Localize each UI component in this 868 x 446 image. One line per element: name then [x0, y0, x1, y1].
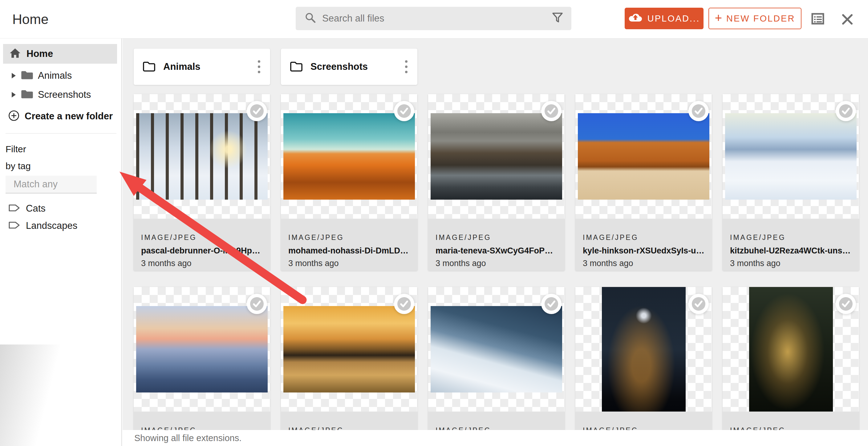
plus-icon: +: [715, 11, 722, 25]
file-meta: IMAGE/JPEG kitzbuhel-U2Reza4WCtk-unsplas…: [723, 219, 859, 271]
folder-card-screenshots[interactable]: Screenshots: [281, 48, 417, 85]
select-check-button[interactable]: [836, 101, 856, 121]
file-thumbnail: [428, 94, 565, 219]
tag-icon: [9, 204, 20, 213]
folder-card-label: Animals: [163, 61, 255, 72]
file-name: pascal-debrunner-O-MG9HpNKgI...: [141, 246, 263, 255]
file-thumbnail: [134, 94, 270, 219]
check-icon: [250, 104, 264, 118]
select-check-button[interactable]: [394, 294, 414, 314]
folder-menu-button[interactable]: [403, 58, 410, 76]
file-card[interactable]: IMAGE/JPEG mohamed-nohassi-Di-DmLD6cW8..…: [281, 94, 417, 271]
select-check-button[interactable]: [394, 101, 414, 121]
plus-circle-icon: [8, 110, 20, 123]
file-thumbnail: [576, 287, 712, 412]
expand-caret-icon[interactable]: [12, 92, 16, 98]
sidebar-scroll-shadow: [0, 344, 77, 446]
status-bar: Showing all file extensions.: [123, 430, 868, 446]
header: Home UPLOAD... + NEW FOLDER: [0, 0, 868, 38]
thumbnail-image: [283, 306, 415, 392]
file-meta: IMAGE/JPEG mohamed-nohassi-Di-DmLD6cW8..…: [281, 219, 417, 271]
new-folder-button[interactable]: + NEW FOLDER: [708, 8, 802, 29]
file-name: maria-teneva-SXwCyG4FoPk-uns...: [436, 246, 557, 255]
sidebar-folder-label: Animals: [38, 70, 72, 81]
file-meta: IMAGE/JPEG kyle-hinkson-rXSUedxSyIs-unsp…: [576, 219, 712, 271]
sidebar-item-home[interactable]: Home: [3, 44, 117, 64]
search-bar: [296, 7, 571, 30]
select-check-button[interactable]: [541, 101, 561, 121]
folder-outline-icon: [142, 60, 156, 73]
tag-item-cats[interactable]: Cats: [9, 200, 117, 217]
file-card[interactable]: IMAGE/JPEG kyle-hinkson-rXSUedxSyIs-unsp…: [576, 94, 712, 271]
select-check-button[interactable]: [688, 294, 709, 314]
filter-by-tag-section: Filter by tag: [5, 141, 121, 194]
file-age: 3 months ago: [730, 259, 852, 268]
file-thumbnail: [281, 94, 417, 219]
list-view-toggle-icon[interactable]: [811, 13, 824, 26]
upload-button[interactable]: UPLOAD...: [625, 8, 704, 29]
create-new-folder-button[interactable]: Create a new folder: [3, 108, 117, 125]
filter-by-tag-label: Filter by tag: [5, 141, 31, 174]
file-card[interactable]: IMAGE/JPEG pascal-debrunner-O-MG9HpNKgI.…: [134, 94, 270, 271]
file-thumbnail: [428, 287, 565, 412]
select-check-button[interactable]: [247, 294, 267, 314]
file-meta: IMAGE/JPEG maria-teneva-SXwCyG4FoPk-uns.…: [428, 219, 565, 271]
file-card[interactable]: IMAGE/JPEG: [723, 287, 859, 446]
sidebar-item-screenshots[interactable]: Screenshots: [3, 86, 117, 104]
file-card[interactable]: IMAGE/JPEG: [576, 287, 712, 446]
file-type-label: IMAGE/JPEG: [141, 234, 263, 242]
search-input[interactable]: [316, 7, 552, 30]
check-icon: [545, 297, 558, 311]
file-thumbnail: [281, 287, 417, 412]
check-icon: [839, 297, 852, 311]
thumbnail-image: [431, 113, 562, 200]
file-meta: IMAGE/JPEG pascal-debrunner-O-MG9HpNKgI.…: [134, 219, 270, 271]
thumbnail-image: [283, 113, 415, 200]
page-title: Home: [12, 12, 49, 27]
folder-icon: [21, 89, 34, 100]
thumbnail-image: [725, 113, 857, 200]
check-icon: [545, 104, 558, 118]
status-text: Showing all file extensions.: [134, 433, 242, 443]
file-thumbnail: [723, 94, 859, 219]
select-check-button[interactable]: [688, 101, 709, 121]
file-age: 3 months ago: [436, 259, 557, 268]
tag-item-landscapes[interactable]: Landscapes: [9, 217, 117, 234]
file-type-label: IMAGE/JPEG: [730, 234, 852, 242]
select-check-button[interactable]: [836, 294, 856, 314]
file-card[interactable]: IMAGE/JPEG maria-teneva-SXwCyG4FoPk-uns.…: [428, 94, 565, 271]
sidebar-home-label: Home: [27, 48, 53, 59]
close-icon[interactable]: [842, 14, 852, 26]
check-icon: [692, 104, 705, 118]
select-check-button[interactable]: [247, 101, 267, 121]
upload-button-label: UPLOAD...: [647, 13, 700, 24]
file-type-label: IMAGE/JPEG: [288, 234, 410, 242]
file-age: 3 months ago: [141, 259, 263, 268]
create-new-folder-label: Create a new folder: [25, 111, 113, 122]
tag-match-any-input[interactable]: [5, 176, 97, 194]
folder-cards-row: Animals Screenshots: [134, 48, 417, 85]
file-name: mohamed-nohassi-Di-DmLD6cW8...: [288, 246, 410, 255]
folder-menu-button[interactable]: [255, 58, 263, 76]
select-check-button[interactable]: [541, 294, 561, 314]
check-icon: [839, 104, 852, 118]
sidebar-item-animals[interactable]: Animals: [3, 67, 117, 84]
file-card[interactable]: IMAGE/JPEG: [281, 287, 417, 446]
file-grid: IMAGE/JPEG pascal-debrunner-O-MG9HpNKgI.…: [134, 94, 859, 446]
sidebar-divider: [5, 133, 117, 134]
file-card[interactable]: IMAGE/JPEG: [428, 287, 565, 446]
check-icon: [250, 297, 264, 311]
check-icon: [397, 104, 411, 118]
file-age: 3 months ago: [288, 259, 410, 268]
expand-caret-icon[interactable]: [12, 73, 16, 78]
file-card[interactable]: IMAGE/JPEG kitzbuhel-U2Reza4WCtk-unsplas…: [723, 94, 859, 271]
folder-card-label: Screenshots: [310, 61, 403, 72]
upload-cloud-icon: [628, 12, 643, 25]
file-age: 3 months ago: [583, 259, 705, 268]
file-card[interactable]: IMAGE/JPEG: [134, 287, 270, 446]
file-thumbnail: [576, 94, 712, 219]
folder-card-animals[interactable]: Animals: [134, 48, 270, 85]
filter-funnel-icon[interactable]: [552, 12, 563, 25]
new-folder-button-label: NEW FOLDER: [726, 13, 795, 24]
sidebar: Home Animals Screenshots Create a new fo…: [0, 38, 122, 446]
